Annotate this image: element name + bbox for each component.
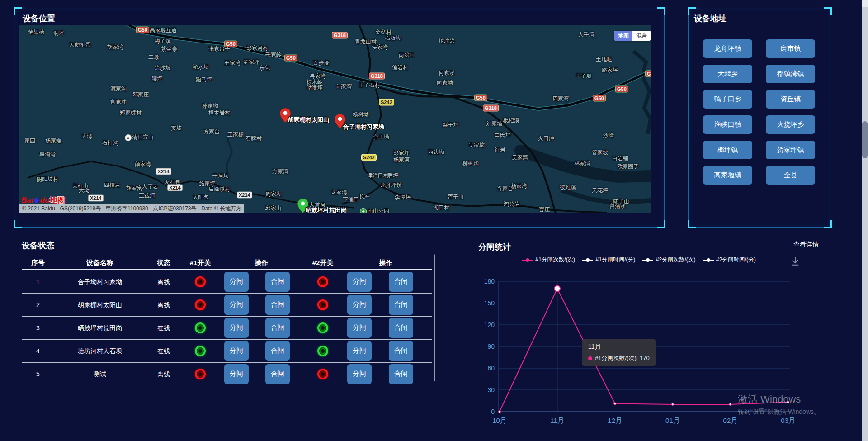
address-button-9[interactable]: 榔坪镇	[703, 141, 752, 159]
table-row-divider	[22, 316, 432, 317]
map-place-label: 彭家河村	[246, 44, 268, 52]
corner-decoration	[657, 7, 665, 15]
open-switch2-button[interactable]: 分闸	[347, 364, 372, 384]
legend-item-2[interactable]: #1分闸时间/(分)	[582, 256, 635, 264]
scrollbar-thumb[interactable]	[862, 121, 868, 158]
device-name: 晒鼓坪村荒田岗	[78, 324, 122, 332]
address-button-12[interactable]: 全县	[766, 166, 815, 185]
close-switch2-button[interactable]: 合闸	[389, 318, 413, 338]
svg-text:02月: 02月	[723, 417, 738, 424]
map-place-label: 土地咀	[596, 56, 612, 63]
map-place-label: 紫金寨	[161, 45, 177, 53]
page-scrollbar[interactable]	[862, 0, 868, 441]
close-switch2-button[interactable]: 合闸	[389, 295, 413, 315]
svg-text:10月: 10月	[492, 417, 507, 424]
address-button-3[interactable]: 大堰乡	[703, 65, 752, 83]
switch2-indicator	[317, 369, 328, 379]
road-badge: G50	[593, 95, 606, 102]
close-switch1-button[interactable]: 合闸	[265, 341, 290, 361]
map-place-label: 何家溪	[439, 69, 455, 77]
device-status: 离线	[157, 301, 170, 309]
road-badge: X214	[88, 195, 104, 202]
open-switch2-button[interactable]: 分闸	[347, 272, 372, 292]
map-place-label: 贯坡	[171, 124, 182, 132]
map-place-label: 咕噜垭	[307, 84, 323, 92]
map-place-label: 龙家湾	[331, 189, 347, 196]
close-switch1-button[interactable]: 合闸	[265, 295, 290, 315]
map-type-hybrid-button[interactable]: 混合	[632, 31, 651, 41]
map-place-label: 被难溪	[560, 184, 576, 191]
table-header-4: #1开关	[190, 259, 211, 267]
address-button-7[interactable]: 渔峡口镇	[703, 115, 752, 134]
map-place-label: 向家坳	[437, 79, 453, 87]
close-switch1-button[interactable]: 合闸	[265, 272, 290, 292]
legend-item-4[interactable]: #2分闸时间/(分)	[703, 256, 756, 264]
legend-label: #2分闸时间/(分)	[716, 256, 756, 264]
switch2-indicator	[317, 346, 328, 356]
address-button-4[interactable]: 都镇湾镇	[766, 65, 815, 83]
table-scrollbar[interactable]	[434, 254, 435, 381]
download-icon[interactable]	[790, 256, 800, 266]
address-button-8[interactable]: 火烧坪乡	[766, 115, 815, 134]
map-type-control: 地图 混合	[614, 31, 651, 41]
open-switch1-button[interactable]: 分闸	[224, 318, 249, 338]
open-switch1-button[interactable]: 分闸	[224, 295, 249, 315]
address-button-6[interactable]: 资丘镇	[766, 90, 815, 109]
close-switch2-button[interactable]: 合闸	[389, 272, 413, 292]
legend-item-3[interactable]: #2分闸次数/(次)	[642, 256, 695, 264]
open-switch1-button[interactable]: 分闸	[224, 272, 249, 292]
road-badge: G50	[615, 86, 628, 93]
svg-text:180: 180	[484, 278, 495, 285]
map-place-label: 方家湾	[272, 168, 288, 175]
close-switch2-button[interactable]: 合闸	[389, 341, 413, 361]
svg-text:30: 30	[487, 386, 495, 394]
baidu-map[interactable]: 笔架槽洞坪天鹅抱蛋胡家湾高家堰互通梅子溪紫金寨二墩流沙坡沁水坝张家台子彭家河村千…	[19, 25, 651, 213]
map-place-label: 石柱沟	[102, 139, 118, 147]
close-switch1-button[interactable]: 合闸	[265, 318, 290, 338]
open-switch2-button[interactable]: 分闸	[347, 318, 372, 338]
address-button-5[interactable]: 鸭子口乡	[703, 90, 752, 109]
map-place-label: 鸿公岩	[504, 200, 520, 208]
tooltip-value: #1分闸次数/(次): 170	[595, 354, 650, 362]
map-place-label: 周家坳	[265, 190, 282, 198]
table-row-divider	[22, 293, 432, 294]
map-place-label: 颜家湾	[135, 161, 151, 168]
map-type-map-button[interactable]: 地图	[614, 31, 632, 41]
legend-marker	[522, 260, 533, 261]
map-place-label: 偏岩村	[392, 64, 408, 71]
close-switch1-button[interactable]: 合闸	[265, 364, 290, 384]
map-place-label: 罗家坪	[243, 58, 259, 66]
open-switch1-button[interactable]: 分闸	[224, 364, 249, 384]
map-place-label: 东包	[259, 64, 270, 72]
open-switch1-button[interactable]: 分闸	[224, 341, 249, 361]
map-place-label: 堰沟湾	[39, 151, 56, 158]
map-place-label: 后坪	[387, 172, 398, 180]
road-badge: G50	[284, 55, 297, 62]
open-switch2-button[interactable]: 分闸	[347, 295, 372, 315]
status-section-title: 设备状态	[22, 240, 54, 251]
chart-legend: #1分闸次数/(次)#1分闸时间/(分)#2分闸次数/(次)#2分闸时间/(分)	[522, 256, 763, 264]
address-button-11[interactable]: 高家堰镇	[703, 166, 752, 185]
close-switch2-button[interactable]: 合闸	[389, 364, 413, 384]
map-place-label: 杨树坳	[353, 111, 369, 119]
legend-marker	[582, 260, 593, 261]
map-place-label: 王家湾	[224, 59, 241, 67]
address-button-1[interactable]: 龙舟坪镇	[703, 39, 752, 58]
device-name: 塘坊河村大石坝	[78, 347, 122, 356]
baidu-logo-text: Bai	[21, 196, 33, 205]
map-place-label: 长冲	[359, 193, 370, 200]
switch2-indicator	[317, 322, 328, 333]
legend-item-1[interactable]: #1分闸次数/(次)	[522, 256, 575, 264]
map-place-label: 石牌村	[245, 135, 262, 142]
address-button-10[interactable]: 贺家坪镇	[766, 141, 815, 159]
address-panel-title: 设备地址	[694, 13, 726, 24]
view-detail-link[interactable]: 查看详情	[793, 241, 819, 249]
map-place-label: 龙舟坪镇	[380, 181, 402, 189]
corner-decoration	[824, 7, 832, 15]
map-place-label: 津洋口村	[367, 172, 389, 180]
address-button-2[interactable]: 磨市镇	[766, 39, 815, 58]
svg-text:60: 60	[487, 365, 495, 372]
device-status: 离线	[157, 370, 170, 379]
open-switch2-button[interactable]: 分闸	[347, 341, 372, 361]
road-badge: G50	[224, 41, 237, 47]
